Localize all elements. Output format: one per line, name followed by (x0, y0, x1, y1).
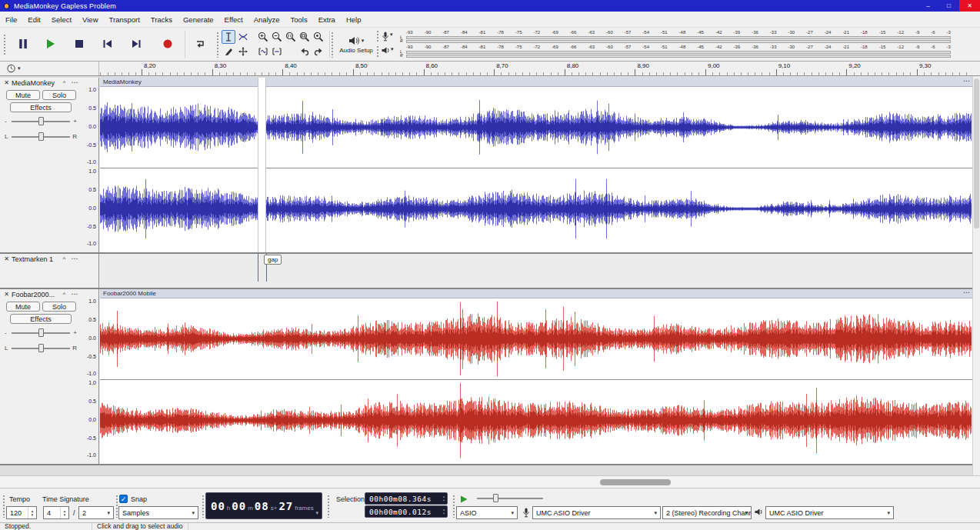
toolbar-grip[interactable] (376, 30, 379, 42)
multi-tool-button[interactable] (236, 45, 250, 58)
collapse-track-icon[interactable]: ^ (60, 255, 68, 263)
gain-slider-thumb[interactable] (38, 328, 44, 337)
play-at-speed-button[interactable] (456, 493, 472, 505)
draw-tool-button[interactable] (222, 45, 235, 58)
spinner-arrows[interactable]: ▴▾ (442, 507, 445, 516)
menu-item[interactable]: Help (341, 12, 367, 28)
recording-device-select[interactable]: UMC ASIO Driver ▾ (532, 506, 661, 519)
spinner-arrows[interactable]: ▴▾ (442, 494, 445, 503)
toolbar-grip[interactable] (376, 45, 379, 58)
waveform-right-channel[interactable] (100, 380, 972, 461)
toolbar-grip[interactable] (3, 34, 6, 55)
effects-button[interactable]: Effects (10, 314, 72, 324)
track-name[interactable]: Textmarken 1 (12, 255, 53, 263)
silence-audio-button[interactable] (270, 45, 284, 58)
playback-speed-slider[interactable] (475, 493, 545, 504)
recording-meter[interactable]: ▾ L R -93-90-87-84-81-78-75-72-69-66-63-… (380, 29, 955, 44)
gain-slider[interactable]: - + (0, 116, 82, 127)
toolbar-grip[interactable] (331, 32, 334, 58)
spinner-arrows[interactable]: ▴▾ (60, 507, 68, 518)
pan-slider-thumb[interactable] (38, 132, 44, 141)
selection-length-field[interactable]: 00h00m00.012s ▴▾ (365, 505, 448, 518)
menu-item[interactable]: Generate (178, 12, 219, 28)
clip-menu-icon[interactable]: ⋯ (963, 78, 970, 85)
minimize-button[interactable]: – (918, 0, 938, 12)
menu-item[interactable]: File (0, 12, 22, 28)
audio-position-display[interactable]: 00h00m08s+27frames ▾ (205, 492, 322, 519)
vertical-scrollbar[interactable] (972, 76, 980, 475)
menu-item[interactable]: Transport (104, 12, 145, 28)
track-menu-icon[interactable]: ⋯ (70, 254, 79, 263)
zoom-in-button[interactable] (256, 30, 270, 44)
loop-button[interactable] (189, 33, 211, 55)
redo-button[interactable] (312, 45, 325, 58)
toolbar-grip[interactable] (202, 495, 205, 518)
pan-slider[interactable]: L R (0, 343, 82, 354)
timeline-options-button[interactable]: ▾ (6, 63, 21, 74)
pan-slider[interactable]: L R (0, 132, 82, 142)
track-menu-icon[interactable]: ⋯ (70, 78, 79, 87)
gain-slider[interactable]: - + (0, 328, 82, 338)
clip-header[interactable]: MediaMonkey ⋯ (100, 78, 972, 87)
track-name[interactable]: Foobar2000... (12, 291, 55, 298)
time-signature-lower-select[interactable]: 2 ▾ (78, 506, 114, 519)
trim-audio-button[interactable] (256, 45, 270, 58)
horizontal-scrollbar[interactable] (0, 475, 980, 488)
menu-item[interactable]: Analyze (248, 12, 285, 28)
record-button[interactable] (157, 33, 178, 55)
toolbar-grip[interactable] (216, 32, 219, 58)
ruler-scale[interactable]: 8,208,308,408,508,608,708,808,909,009,10… (99, 62, 972, 75)
close-track-icon[interactable]: ✕ (2, 290, 11, 298)
envelope-tool-button[interactable] (236, 30, 250, 44)
snap-mode-select[interactable]: Samples ▾ (118, 506, 198, 519)
menu-item[interactable]: Extra (313, 12, 341, 28)
track-menu-icon[interactable]: ⋯ (70, 289, 79, 298)
fit-selection-button[interactable] (284, 30, 298, 44)
playback-meter[interactable]: ▾ L R -93-90-87-84-81-78-75-72-69-66-63-… (380, 44, 955, 58)
close-track-icon[interactable]: ✕ (2, 255, 11, 263)
gain-slider-thumb[interactable] (38, 117, 44, 125)
horizontal-scrollbar-thumb[interactable] (600, 479, 671, 485)
label-track-area[interactable]: gap (100, 254, 972, 288)
menu-item[interactable]: View (77, 12, 103, 28)
snap-checkbox[interactable]: ✓ (119, 495, 128, 503)
tempo-input[interactable]: 120 ▴▾ (6, 506, 37, 519)
waveform-right-channel[interactable] (100, 168, 972, 249)
waveform-view[interactable]: MediaMonkey ⋯ (100, 78, 972, 252)
waveform-view[interactable]: Foobar2000 Mobile ⋯ (100, 289, 972, 464)
skip-to-end-button[interactable] (125, 33, 147, 55)
zoom-out-button[interactable] (270, 30, 284, 44)
audio-setup-button[interactable]: ▾ Audio Setup (335, 31, 377, 58)
solo-button[interactable]: Solo (42, 302, 76, 312)
menu-item[interactable]: Effect (219, 12, 248, 28)
solo-button[interactable]: Solo (42, 90, 76, 100)
fit-project-button[interactable] (298, 30, 312, 44)
pan-slider-thumb[interactable] (38, 344, 44, 352)
close-button[interactable]: ✕ (959, 0, 980, 12)
recording-channels-select[interactable]: 2 (Stereo) Recording Chann ▾ (662, 506, 752, 519)
playback-device-select[interactable]: UMC ASIO Driver ▾ (765, 506, 894, 519)
selection-start-field[interactable]: 00h00m08.364s ▴▾ (365, 492, 448, 505)
undo-button[interactable] (298, 45, 312, 58)
toolbar-grip[interactable] (452, 495, 455, 518)
timeline-ruler[interactable]: ▾ 8,208,308,408,508,608,708,808,909,009,… (0, 62, 980, 76)
spinner-arrows[interactable]: ▴▾ (28, 507, 36, 518)
toolbar-grip[interactable] (327, 495, 330, 518)
waveform-left-channel[interactable] (100, 87, 972, 168)
maximize-button[interactable]: □ (938, 0, 959, 12)
collapse-track-icon[interactable]: ^ (60, 78, 68, 87)
label-gap[interactable]: gap (264, 255, 282, 265)
pause-button[interactable] (12, 33, 34, 55)
selection-tool-button[interactable] (222, 30, 235, 44)
close-track-icon[interactable]: ✕ (2, 78, 11, 87)
clip-menu-icon[interactable]: ⋯ (963, 289, 970, 297)
time-signature-upper-input[interactable]: 4 ▴▾ (43, 506, 69, 519)
mute-button[interactable]: Mute (6, 302, 40, 312)
zoom-toggle-button[interactable] (312, 30, 325, 44)
menu-item[interactable]: Edit (22, 12, 45, 28)
label-boundary-line[interactable] (258, 254, 258, 282)
menu-item[interactable]: Select (46, 12, 77, 28)
skip-to-start-button[interactable] (97, 33, 118, 55)
menu-item[interactable]: Tracks (145, 12, 178, 28)
stop-button[interactable] (68, 33, 90, 55)
